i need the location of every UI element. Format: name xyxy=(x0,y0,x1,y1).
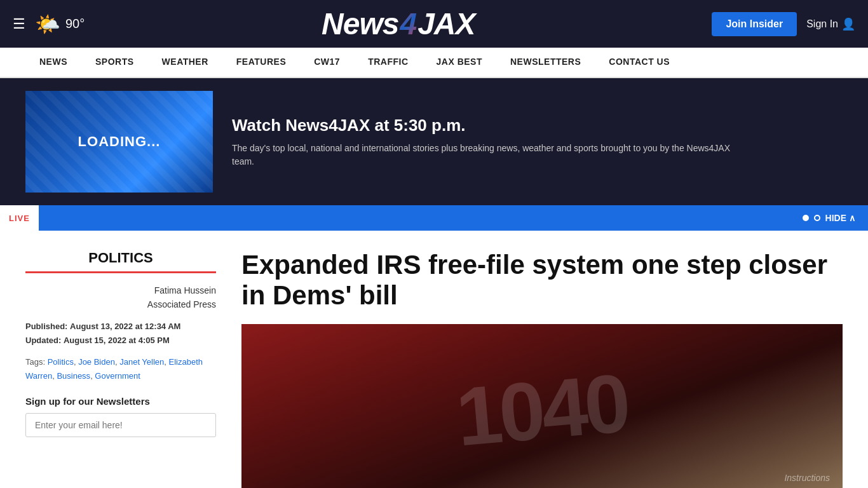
ticker-dot-2[interactable] xyxy=(814,215,820,221)
main-navigation: NEWS SPORTS WEATHER FEATURES CW17 TRAFFI… xyxy=(0,48,868,78)
article-content: Expanded IRS free-file system one step c… xyxy=(241,250,843,488)
nav-item-contact-us[interactable]: CONTACT US xyxy=(595,47,684,78)
email-input[interactable] xyxy=(25,413,216,437)
ticker-dot-1[interactable] xyxy=(803,215,809,221)
ticker-controls: HIDE ∧ xyxy=(803,213,868,223)
article-image: 1040 Instructions xyxy=(241,324,843,488)
live-info: Watch News4JAX at 5:30 p.m. The day's to… xyxy=(232,116,740,168)
user-icon: 👤 xyxy=(841,17,855,31)
live-banner: LOADING... Watch News4JAX at 5:30 p.m. T… xyxy=(0,78,868,205)
live-description: The day's top local, national and intern… xyxy=(232,142,740,168)
sidebar: POLITICS Fatima Hussein Associated Press… xyxy=(25,250,216,488)
join-insider-button[interactable]: Join Insider xyxy=(712,12,797,36)
live-thumbnail[interactable]: LOADING... xyxy=(25,91,213,193)
logo-four: 4 xyxy=(398,7,417,41)
updated-date: Updated: August 15, 2022 at 4:05 PM xyxy=(25,334,216,348)
nav-item-cw17[interactable]: CW17 xyxy=(300,47,354,78)
updated-label: Updated: xyxy=(25,336,61,345)
top-bar: ☰ 🌤️ 90° News4JAX Join Insider Sign In 👤 xyxy=(0,0,868,48)
logo-jax: JAX xyxy=(417,7,475,41)
logo-news: News xyxy=(322,7,398,41)
loading-text: LOADING... xyxy=(78,133,161,150)
sign-in-button[interactable]: Sign In 👤 xyxy=(806,17,855,31)
published-label: Published: xyxy=(25,322,67,331)
article-tags: Tags: Politics, Joe Biden, Janet Yellen,… xyxy=(25,355,216,383)
tags-label: Tags: xyxy=(25,357,45,367)
updated-date-value: August 15, 2022 at 4:05 PM xyxy=(64,336,170,345)
author-organization: Associated Press xyxy=(25,297,216,311)
hide-ticker-button[interactable]: HIDE ∧ xyxy=(825,213,855,223)
author-info: Fatima Hussein Associated Press xyxy=(25,283,216,312)
nav-item-newsletters[interactable]: NEWSLETTERS xyxy=(496,47,595,78)
nav-item-jax-best[interactable]: JAX BEST xyxy=(423,47,496,78)
nav-item-features[interactable]: FEATURES xyxy=(222,47,300,78)
newsletter-signup: Sign up for our Newsletters xyxy=(25,396,216,437)
hide-label: HIDE xyxy=(825,213,846,223)
live-title: Watch News4JAX at 5:30 p.m. xyxy=(232,116,740,135)
tag-politics[interactable]: Politics xyxy=(48,357,74,367)
hamburger-menu-icon[interactable]: ☰ xyxy=(13,16,25,32)
temperature-display: 90° xyxy=(65,17,85,31)
tag-joe-biden[interactable]: Joe Biden xyxy=(78,357,115,367)
live-ticker-bar: LIVE HIDE ∧ xyxy=(0,205,868,231)
form-1040-visual: 1040 xyxy=(241,324,843,488)
main-content: POLITICS Fatima Hussein Associated Press… xyxy=(0,231,868,488)
nav-item-weather[interactable]: WEATHER xyxy=(148,47,222,78)
top-bar-right: Join Insider Sign In 👤 xyxy=(712,12,855,36)
article-title: Expanded IRS free-file system one step c… xyxy=(241,250,843,311)
published-date: Published: August 13, 2022 at 12:34 AM xyxy=(25,320,216,334)
form-text: Instructions xyxy=(784,473,830,483)
form-number-display: 1040 xyxy=(452,355,631,464)
weather-widget: 🌤️ 90° xyxy=(35,12,85,36)
author-name: Fatima Hussein xyxy=(25,283,216,297)
live-badge: LIVE xyxy=(0,205,39,231)
tag-government[interactable]: Government xyxy=(95,371,140,381)
chevron-up-icon: ∧ xyxy=(849,213,855,223)
published-date-value: August 13, 2022 at 12:34 AM xyxy=(70,322,180,331)
nav-item-sports[interactable]: SPORTS xyxy=(81,47,148,78)
top-bar-left: ☰ 🌤️ 90° xyxy=(13,12,85,36)
nav-item-news[interactable]: NEWS xyxy=(25,47,81,78)
site-logo[interactable]: News4JAX xyxy=(322,6,475,41)
nav-item-traffic[interactable]: TRAFFIC xyxy=(354,47,422,78)
section-title: POLITICS xyxy=(25,250,216,273)
tag-business[interactable]: Business xyxy=(57,371,90,381)
sign-in-label: Sign In xyxy=(806,18,838,30)
tag-janet-yellen[interactable]: Janet Yellen xyxy=(119,357,164,367)
weather-icon: 🌤️ xyxy=(35,12,60,36)
newsletter-title: Sign up for our Newsletters xyxy=(25,396,216,407)
publication-dates: Published: August 13, 2022 at 12:34 AM U… xyxy=(25,320,216,348)
logo-text: News4JAX xyxy=(322,6,475,41)
